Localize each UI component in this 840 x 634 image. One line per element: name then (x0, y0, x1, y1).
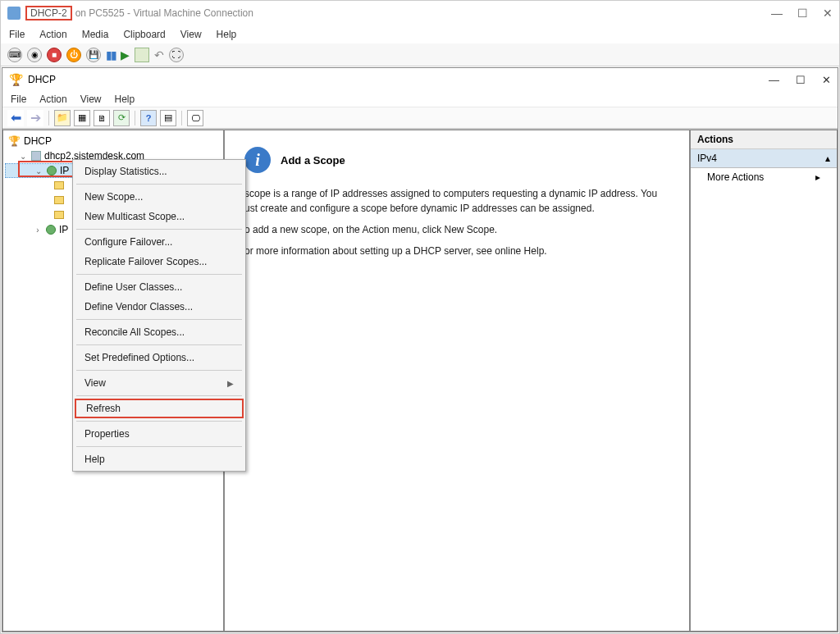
context-menu-item-label: Set Predefined Options... (84, 352, 194, 363)
stop-button[interactable]: ■ (47, 48, 62, 62)
context-menu-item[interactable]: Define Vendor Classes... (75, 297, 244, 317)
content-p1: scope is a range of IP addresses assigne… (244, 186, 669, 216)
context-menu-separator (76, 421, 242, 422)
context-menu-item[interactable]: Refresh (75, 399, 244, 418)
context-menu-item[interactable]: View▶ (75, 373, 244, 393)
context-menu-separator (76, 184, 242, 185)
refresh-button[interactable]: ⟳ (113, 110, 130, 126)
vm-menu-media[interactable]: Media (82, 29, 109, 40)
server-icon (31, 151, 41, 161)
folder-icon (54, 196, 64, 204)
dhcp-menubar: File Action View Help (2, 91, 838, 107)
forward-button[interactable]: ➔ (27, 110, 43, 126)
vm-title-prefix: DHCP-2 (25, 6, 72, 21)
content-pane: i Add a Scope scope is a range of IP add… (224, 130, 690, 632)
context-menu-separator (76, 370, 242, 371)
context-menu-separator (76, 395, 242, 396)
context-menu-item-label: Help (84, 454, 105, 465)
save-button[interactable]: 💾 (86, 48, 101, 62)
back-button[interactable]: ⬅ (7, 110, 24, 126)
context-menu[interactable]: Display Statistics...New Scope...New Mul… (72, 159, 246, 472)
context-menu-separator (76, 274, 242, 275)
tree-root-label: DHCP (24, 135, 52, 147)
help-button[interactable]: ? (140, 110, 157, 126)
context-menu-item-label: New Scope... (84, 191, 143, 203)
enhanced-session-button[interactable]: ⛶ (169, 48, 184, 62)
chevron-right-icon: ▸ (815, 171, 820, 183)
highlight-ipv4 (18, 161, 79, 177)
actions-more-label: More Actions (707, 171, 764, 183)
vm-menu-file[interactable]: File (9, 29, 25, 40)
dhcp-menu-file[interactable]: File (11, 94, 26, 105)
tree-ipv6-label: IP (59, 224, 68, 235)
actions-header: Actions (691, 130, 837, 149)
context-menu-item-label: Define Vendor Classes... (84, 301, 193, 312)
up-button[interactable]: 📁 (54, 110, 71, 126)
checkpoint-button[interactable] (135, 48, 149, 62)
start-button[interactable]: ◉ (27, 48, 42, 62)
context-menu-item[interactable]: Reconcile All Scopes... (75, 322, 244, 342)
context-menu-item-label: Configure Failover... (84, 236, 172, 248)
content-p3: or more information about setting up a D… (244, 244, 669, 258)
context-menu-separator (76, 319, 242, 320)
shutdown-button[interactable]: ⏻ (66, 48, 81, 62)
revert-button[interactable]: ↶ (154, 48, 164, 62)
tree-root[interactable]: 🏆 DHCP (5, 134, 221, 148)
monitor-button[interactable]: 🖵 (187, 110, 203, 126)
collapse-icon: ▴ (825, 153, 830, 164)
pause-button[interactable]: ▮▮ (106, 48, 116, 62)
properties-button[interactable]: 🗎 (94, 110, 110, 126)
context-menu-item[interactable]: Help (75, 449, 244, 469)
expand-icon[interactable]: ⌄ (18, 152, 28, 161)
dhcp-menu-view[interactable]: View (80, 94, 102, 105)
context-menu-separator (76, 446, 242, 447)
vm-menu-view[interactable]: View (180, 29, 202, 40)
info-icon: i (244, 147, 271, 173)
context-menu-item[interactable]: New Scope... (75, 187, 244, 207)
context-menu-item[interactable]: Display Statistics... (75, 162, 244, 181)
dhcp-close-button[interactable]: ✕ (822, 74, 831, 86)
show-hide-tree-button[interactable]: ▦ (74, 110, 90, 126)
actions-selected-label: IPv4 (697, 153, 717, 164)
context-menu-item[interactable]: New Multicast Scope... (75, 207, 244, 226)
vm-menubar: File Action Media Clipboard View Help (1, 25, 839, 43)
ipv6-icon (46, 225, 56, 235)
vm-titlebar: DHCP-2 on PC5525 - Virtual Machine Conne… (1, 1, 839, 25)
vm-menu-help[interactable]: Help (217, 29, 237, 40)
vm-maximize-button[interactable]: ☐ (797, 7, 808, 20)
dhcp-menu-action[interactable]: Action (39, 94, 66, 105)
vm-menu-action[interactable]: Action (39, 29, 66, 40)
context-menu-item[interactable]: Configure Failover... (75, 232, 244, 252)
context-menu-separator (76, 344, 242, 345)
actions-more[interactable]: More Actions ▸ (691, 168, 837, 186)
context-menu-item-label: New Multicast Scope... (84, 211, 185, 222)
vm-minimize-button[interactable]: — (771, 7, 783, 20)
dhcp-maximize-button[interactable]: ☐ (796, 74, 806, 86)
play-button[interactable]: ▶ (121, 48, 130, 62)
context-menu-item[interactable]: Set Predefined Options... (75, 348, 244, 367)
vm-menu-clipboard[interactable]: Clipboard (123, 29, 165, 40)
vm-toolbar: ⌨ ◉ ■ ⏻ 💾 ▮▮ ▶ ↶ ⛶ (1, 43, 839, 66)
dhcp-menu-help[interactable]: Help (115, 94, 135, 105)
folder-icon (54, 211, 64, 219)
ctrl-alt-del-button[interactable]: ⌨ (7, 48, 22, 62)
vm-icon (7, 7, 21, 20)
expand-icon[interactable]: › (33, 226, 43, 235)
context-menu-item-label: Refresh (86, 403, 121, 414)
vm-title-rest: on PC5525 - Virtual Machine Connection (75, 7, 253, 19)
context-menu-item-label: Reconcile All Scopes... (84, 326, 185, 338)
actions-selected-row[interactable]: IPv4 ▴ (691, 149, 837, 168)
context-menu-item-label: Properties (84, 428, 130, 440)
context-menu-item[interactable]: Define User Classes... (75, 277, 244, 297)
dhcp-root-icon: 🏆 (8, 135, 21, 147)
context-menu-item[interactable]: Replicate Failover Scopes... (75, 252, 244, 271)
dhcp-titlebar: 🏆 DHCP — ☐ ✕ (2, 68, 838, 91)
vm-close-button[interactable]: ✕ (823, 7, 833, 20)
dhcp-minimize-button[interactable]: — (769, 74, 779, 86)
context-menu-item-label: View (84, 377, 106, 389)
dhcp-app-icon: 🏆 (9, 73, 23, 86)
view-button[interactable]: ▤ (160, 110, 176, 126)
context-menu-item-label: Replicate Failover Scopes... (84, 256, 207, 267)
context-menu-item[interactable]: Properties (75, 424, 244, 444)
context-menu-separator (76, 229, 242, 230)
